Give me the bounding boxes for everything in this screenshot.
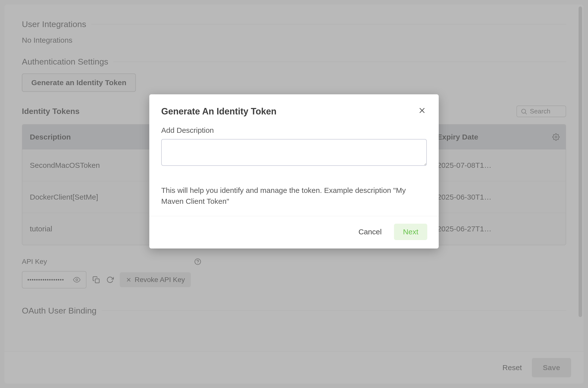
description-label: Add Description <box>161 126 427 135</box>
generate-token-modal: Generate An Identity Token Add Descripti… <box>149 94 439 248</box>
close-icon[interactable] <box>418 106 427 115</box>
cancel-button[interactable]: Cancel <box>355 225 385 239</box>
helper-text: This will help you identify and manage t… <box>161 185 427 207</box>
description-input[interactable] <box>161 139 427 166</box>
modal-title: Generate An Identity Token <box>161 106 276 117</box>
next-button[interactable]: Next <box>394 224 427 240</box>
modal-overlay[interactable]: Generate An Identity Token Add Descripti… <box>0 0 588 388</box>
